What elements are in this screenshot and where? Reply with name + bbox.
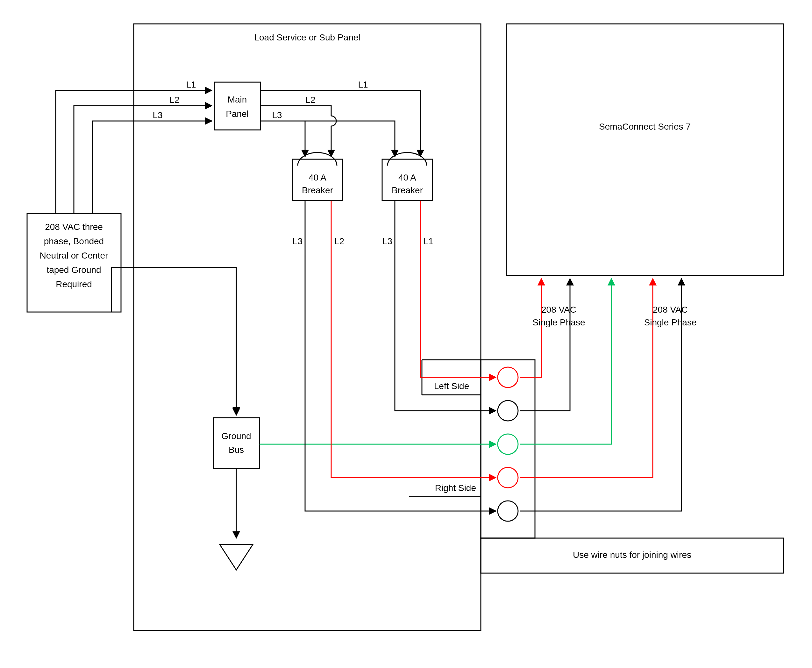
main-panel-box bbox=[214, 82, 261, 130]
wire-l3-in bbox=[92, 121, 212, 213]
main-panel-line2: Panel bbox=[226, 109, 249, 119]
wire-b2-l3-label: L3 bbox=[383, 236, 392, 246]
wirenut-5 bbox=[498, 501, 518, 521]
wire-l1-in-label: L1 bbox=[186, 80, 196, 90]
wirenut-4 bbox=[498, 468, 518, 488]
source-line2: phase, Bonded bbox=[44, 236, 104, 246]
wirenut-1 bbox=[498, 367, 518, 387]
wire-b1-l3-label: L3 bbox=[292, 236, 302, 246]
wire-l1-mp bbox=[261, 90, 420, 157]
load-service-panel bbox=[134, 24, 481, 630]
wire-src-neutral bbox=[121, 267, 236, 415]
phase2-line1: 208 VAC bbox=[653, 305, 688, 315]
panel-title: Load Service or Sub Panel bbox=[254, 32, 360, 42]
charger-box bbox=[506, 24, 784, 276]
phase1-line1: 208 VAC bbox=[541, 305, 576, 315]
wire-l2-mp bbox=[261, 106, 331, 116]
charger-label: SemaConnect Series 7 bbox=[599, 122, 691, 132]
source-line1: 208 VAC three bbox=[45, 222, 103, 232]
right-side-label: Right Side bbox=[435, 483, 476, 493]
wire-source-ground bbox=[112, 267, 236, 414]
main-panel-line1: Main bbox=[228, 95, 247, 104]
wire-b1-l2-label: L2 bbox=[334, 236, 344, 246]
wire-red-left1 bbox=[420, 255, 496, 377]
phase1-line2: Single Phase bbox=[532, 317, 585, 327]
phase2-line2: Single Phase bbox=[644, 317, 697, 327]
wire-l2-in bbox=[74, 106, 212, 213]
wire-l3-mp-label: L3 bbox=[272, 110, 282, 120]
ground-symbol-icon bbox=[220, 544, 253, 570]
left-side-label: Left Side bbox=[434, 381, 469, 391]
wire-red-r1 bbox=[520, 279, 541, 377]
wire-l3-in-label: L3 bbox=[152, 110, 162, 120]
wire-green-r3 bbox=[520, 279, 612, 444]
source-line5: Required bbox=[56, 279, 92, 289]
wire-l1-mp-label: L1 bbox=[358, 80, 368, 90]
wire-l2-in-label: L2 bbox=[169, 95, 179, 105]
wirenut-2 bbox=[498, 401, 518, 421]
source-line4: taped Ground bbox=[47, 265, 101, 275]
breaker1-line2: Breaker bbox=[302, 185, 333, 195]
wirenut-3 bbox=[498, 434, 518, 454]
ground-bus-line1: Ground bbox=[221, 431, 251, 441]
breaker1-line1: 40 A bbox=[309, 172, 326, 182]
breaker2-line2: Breaker bbox=[392, 185, 423, 195]
wire-red-r4 bbox=[520, 279, 653, 478]
source-line3: Neutral or Center bbox=[40, 250, 108, 261]
breaker2-line1: 40 A bbox=[398, 172, 416, 182]
wirenuts-caption: Use wire nuts for joining wires bbox=[573, 550, 691, 560]
ground-bus-box bbox=[213, 418, 259, 469]
wiring-diagram: Load Service or Sub Panel SemaConnect Se… bbox=[0, 0, 812, 668]
wire-l2-mp-label: L2 bbox=[306, 95, 315, 105]
ground-bus-line2: Bus bbox=[229, 445, 244, 455]
wire-l3-mp bbox=[261, 121, 395, 157]
wire-black-r2 bbox=[520, 279, 570, 411]
wire-b2-l1-label: L1 bbox=[424, 236, 433, 246]
